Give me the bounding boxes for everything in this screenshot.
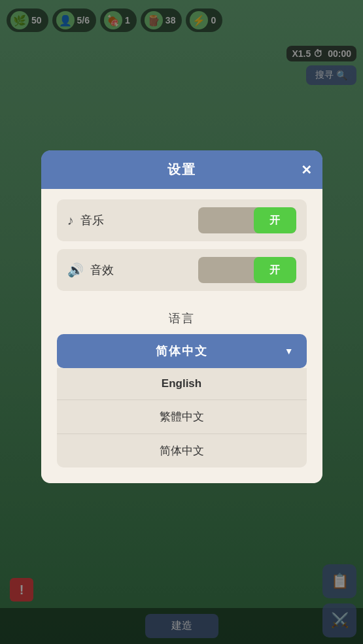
- sfx-toggle[interactable]: 开: [198, 257, 296, 283]
- modal-header: 设置 ✕: [41, 150, 322, 189]
- dropdown-arrow-icon: ▼: [285, 346, 294, 356]
- language-label: 语言: [57, 311, 307, 326]
- sfx-label: 音效: [90, 262, 114, 278]
- modal-body: ♪ 音乐 开 🔊 音效 开 语言 简: [41, 189, 322, 483]
- language-option-simplified-chinese[interactable]: 简体中文: [57, 434, 307, 467]
- sfx-row: 🔊 音效 开: [57, 249, 307, 291]
- language-dropdown-trigger[interactable]: 简体中文 ▼: [57, 334, 307, 368]
- music-on-label[interactable]: 开: [254, 207, 296, 233]
- language-option-traditional-chinese[interactable]: 繁體中文: [57, 400, 307, 434]
- music-toggle[interactable]: 开: [198, 207, 296, 233]
- selected-language-text: 简体中文: [156, 343, 208, 359]
- settings-modal: 设置 ✕ ♪ 音乐 开 🔊 音效 开: [41, 150, 322, 483]
- language-option-english[interactable]: English: [57, 368, 307, 400]
- language-section: 语言 简体中文 ▼ English 繁體中文 简体中文: [57, 311, 307, 467]
- modal-title: 设置: [167, 161, 196, 178]
- music-label: 音乐: [80, 212, 104, 228]
- sfx-icon: 🔊: [67, 262, 84, 278]
- sfx-on-label[interactable]: 开: [254, 257, 296, 283]
- music-row: ♪ 音乐 开: [57, 199, 307, 241]
- language-dropdown: English 繁體中文 简体中文: [57, 368, 307, 467]
- music-label-group: ♪ 音乐: [67, 212, 104, 228]
- sfx-label-group: 🔊 音效: [67, 262, 114, 278]
- close-button[interactable]: ✕: [301, 162, 312, 178]
- music-icon: ♪: [67, 213, 74, 228]
